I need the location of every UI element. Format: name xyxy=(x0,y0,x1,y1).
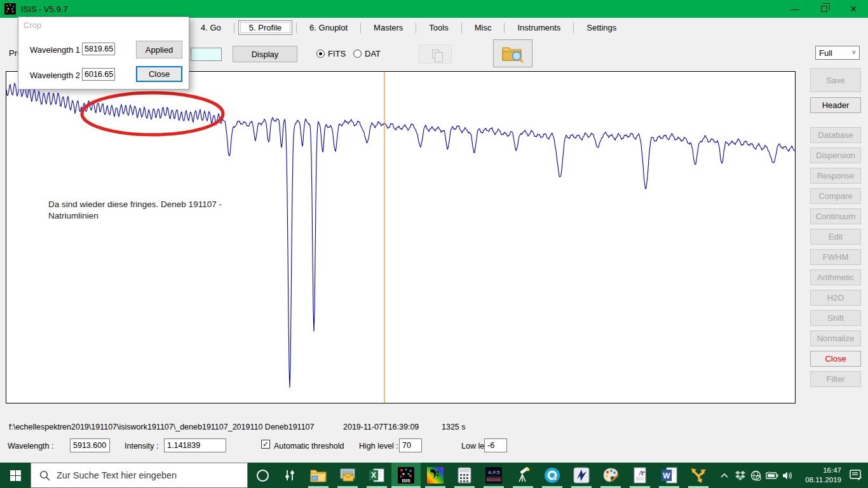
taskbar-word-icon[interactable]: W xyxy=(654,463,684,488)
crop-dialog-title: Crop xyxy=(24,20,41,30)
tab-separator xyxy=(296,23,297,33)
af5-rename-icon: A.F.5RENAME xyxy=(485,467,502,484)
taskbar-telescope-icon[interactable] xyxy=(508,463,538,488)
tab-bar: 4. Go5. Profile6. GnuplotMastersToolsMis… xyxy=(192,20,625,36)
tray-volume-icon[interactable] xyxy=(780,463,796,488)
taskbar-excel-icon[interactable]: X xyxy=(362,463,391,488)
tab-separator xyxy=(234,23,234,33)
tab-separator xyxy=(461,23,462,33)
fitswork-icon xyxy=(573,467,590,484)
h2o-button: H2O xyxy=(810,290,861,306)
view-mode-value: Full xyxy=(819,48,832,58)
taskbar-clock[interactable]: 16:47 08.11.2019 xyxy=(796,466,844,485)
observation-datetime: 2019-11-07T16:39:09 xyxy=(343,423,419,431)
tray-dropbox-icon[interactable] xyxy=(732,463,748,488)
action-center-button[interactable] xyxy=(844,470,868,481)
taskbar: Zur Suche Text hier eingeben XISISA.F.5R… xyxy=(0,463,868,488)
annotation-line1: Da sind wieder diese fringes. Deneb 1911… xyxy=(48,199,264,210)
tab-misc[interactable]: Misc xyxy=(466,20,501,35)
applied-button[interactable]: Applied xyxy=(136,41,182,58)
intensity-input[interactable] xyxy=(164,438,226,452)
telescope-icon xyxy=(515,467,531,484)
task-view-button[interactable] xyxy=(277,463,304,488)
spectrum-plot[interactable]: Da sind wieder diese fringes. Deneb 1911… xyxy=(6,71,796,403)
wavelength2-label: Wavelength 2 : xyxy=(30,71,85,80)
automatic-threshold-label: Automatic threshold xyxy=(274,442,344,451)
normalize-button: Normalize xyxy=(810,330,861,346)
tab-instruments[interactable]: Instruments xyxy=(508,20,569,35)
taskbar-isis-icon[interactable]: ISIS xyxy=(391,463,421,488)
file-path-text: f:\echellespektren2019\191107\isiswork19… xyxy=(9,423,315,431)
tab-settings[interactable]: Settings xyxy=(578,20,625,35)
browse-file-button[interactable] xyxy=(493,39,532,67)
save-button: Save xyxy=(810,68,861,92)
taskbar-share-arrows-icon[interactable] xyxy=(684,463,713,488)
taskbar-paint-palette-icon[interactable] xyxy=(596,463,625,488)
taskbar-af5-rename-icon[interactable]: A.F.5RENAME xyxy=(479,463,508,488)
low-level-input[interactable] xyxy=(484,438,507,452)
filter-button: Filter xyxy=(810,371,861,387)
file-explorer-icon xyxy=(310,468,327,482)
wavelength1-label: Wavelength 1 : xyxy=(30,45,85,55)
svg-text:RENAME: RENAME xyxy=(486,478,501,482)
taskbar-mail-icon[interactable] xyxy=(333,463,362,488)
tab-separator xyxy=(504,23,505,33)
display-button[interactable]: Display xyxy=(233,46,297,62)
wavelength2-input[interactable] xyxy=(82,68,115,81)
annotation-line2: Natriumlinien xyxy=(48,210,264,222)
calculator-icon xyxy=(458,467,471,484)
share-arrows-icon xyxy=(690,467,707,484)
tab-separator xyxy=(573,23,574,33)
automatic-threshold-checkbox[interactable]: ✓ xyxy=(261,440,270,449)
close-button[interactable]: Close xyxy=(810,351,861,367)
tab-separator xyxy=(360,23,361,33)
taskbar-fitswork-icon[interactable] xyxy=(567,463,596,488)
wavelength1-input[interactable] xyxy=(82,43,115,55)
svg-text:A.F.5: A.F.5 xyxy=(488,470,500,475)
taskbar-calculator-icon[interactable] xyxy=(450,463,479,488)
tab-tools[interactable]: Tools xyxy=(420,20,457,35)
crop-dialog: Crop Wavelength 1 : Applied Wavelength 2… xyxy=(18,17,189,90)
tab-separator xyxy=(416,23,416,33)
tab-4-go[interactable]: 4. Go xyxy=(192,20,230,35)
dat-radio[interactable] xyxy=(353,50,362,58)
taskbar-teamviewer-icon[interactable] xyxy=(538,463,567,488)
teamviewer-icon xyxy=(544,467,560,484)
arithmetic-button: Arithmetic xyxy=(810,269,861,285)
clock-date: 08.11.2019 xyxy=(796,475,841,485)
taskbar-wordpad-icon[interactable]: A xyxy=(625,463,654,488)
cortana-button[interactable] xyxy=(248,463,277,488)
plot-annotation: Da sind wieder diese fringes. Deneb 1911… xyxy=(48,199,264,222)
tab-6-gnuplot[interactable]: 6. Gnuplot xyxy=(301,20,356,35)
shift-button: Shift xyxy=(810,310,861,326)
fits-radio[interactable] xyxy=(316,50,325,58)
svg-text:W: W xyxy=(663,471,670,480)
taskbar-search[interactable]: Zur Suche Text hier eingeben xyxy=(31,463,248,488)
search-icon xyxy=(39,470,50,481)
start-button[interactable] xyxy=(0,463,31,488)
spectrum-svg xyxy=(6,72,795,403)
isis-icon: ISIS xyxy=(398,467,414,484)
vspec-icon xyxy=(427,467,444,484)
exposure-time: 1325 s xyxy=(442,423,466,431)
header-button[interactable]: Header xyxy=(810,97,861,113)
crop-close-button[interactable]: Close xyxy=(136,66,182,82)
taskbar-vspec-icon[interactable] xyxy=(421,463,450,488)
tray-chevron-up-icon[interactable] xyxy=(716,463,732,488)
response-button: Response xyxy=(810,168,861,184)
minimize-button[interactable]: — xyxy=(780,0,810,18)
view-mode-select[interactable]: Full ˅ xyxy=(815,46,860,60)
tab-5-profile[interactable]: 5. Profile xyxy=(238,20,292,35)
taskbar-file-explorer-icon[interactable] xyxy=(304,463,333,488)
close-window-button[interactable]: ✕ xyxy=(839,0,868,18)
tab-masters[interactable]: Masters xyxy=(365,20,412,35)
wavelength-input[interactable] xyxy=(70,438,110,452)
tray-globe-offline-icon[interactable] xyxy=(748,463,764,488)
database-button: Database xyxy=(810,127,861,143)
profile-value-input[interactable] xyxy=(191,48,222,61)
copy-button[interactable] xyxy=(419,44,452,64)
wavelength-label: Wavelength : xyxy=(8,442,54,451)
restore-button[interactable] xyxy=(810,0,839,18)
high-level-input[interactable] xyxy=(399,438,422,452)
tray-battery-icon[interactable] xyxy=(764,463,780,488)
